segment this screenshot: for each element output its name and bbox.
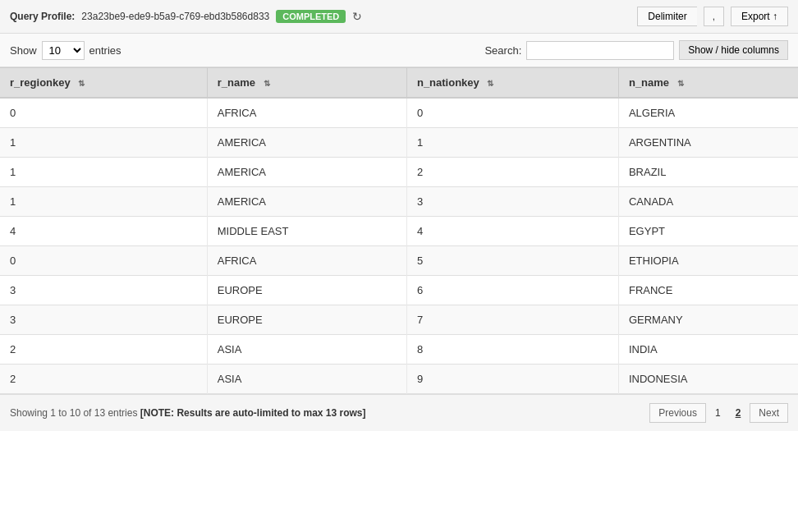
entries-label: entries — [89, 44, 122, 57]
entries-select[interactable]: 10 25 50 100 — [42, 41, 85, 60]
cell-r_name: AMERICA — [207, 187, 406, 217]
sort-icon-r-name: ⇅ — [264, 79, 270, 88]
cell-n_name: ALGERIA — [618, 98, 798, 128]
table-row: 3EUROPE7GERMANY — [0, 305, 798, 335]
showing-text: Showing 1 to 10 of 13 entries — [10, 407, 137, 419]
cell-n_nationkey: 6 — [406, 276, 618, 305]
cell-n_nationkey: 9 — [406, 365, 618, 394]
cell-r_name: EUROPE — [207, 276, 406, 305]
cell-n_nationkey: 4 — [406, 217, 618, 246]
status-badge: COMPLETED — [276, 10, 346, 23]
sort-icon-n-nationkey: ⇅ — [487, 79, 493, 88]
show-label: Show — [10, 44, 37, 57]
cell-r_regionkey: 3 — [0, 276, 207, 305]
col-header-r-regionkey[interactable]: r_regionkey ⇅ — [0, 68, 207, 99]
page-2-current[interactable]: 2 — [730, 404, 747, 422]
cell-n_name: GERMANY — [618, 305, 798, 335]
cell-r_regionkey: 1 — [0, 158, 207, 187]
table-header-row: r_regionkey ⇅ r_name ⇅ n_nationkey ⇅ n_n… — [0, 68, 798, 99]
cell-r_name: AMERICA — [207, 158, 406, 187]
cell-n_name: CANADA — [618, 187, 798, 217]
cell-r_regionkey: 4 — [0, 217, 207, 246]
footer-info: Showing 1 to 10 of 13 entries [NOTE: Res… — [10, 407, 366, 419]
results-table: r_regionkey ⇅ r_name ⇅ n_nationkey ⇅ n_n… — [0, 67, 798, 394]
table-row: 0AFRICA0ALGERIA — [0, 98, 798, 128]
table-row: 4MIDDLE EAST4EGYPT — [0, 217, 798, 246]
cell-r_regionkey: 2 — [0, 365, 207, 394]
table-row: 3EUROPE6FRANCE — [0, 276, 798, 305]
search-input[interactable] — [526, 41, 674, 60]
cell-n_nationkey: 1 — [406, 128, 618, 158]
col-header-n-nationkey[interactable]: n_nationkey ⇅ — [406, 68, 618, 99]
cell-n_nationkey: 3 — [406, 187, 618, 217]
table-container: r_regionkey ⇅ r_name ⇅ n_nationkey ⇅ n_n… — [0, 67, 798, 394]
previous-button[interactable]: Previous — [649, 403, 706, 423]
cell-r_name: MIDDLE EAST — [207, 217, 406, 246]
query-id: 23a23be9-ede9-b5a9-c769-ebd3b586d833 — [81, 11, 269, 22]
cell-r_name: ASIA — [207, 335, 406, 365]
cell-n_name: INDIA — [618, 335, 798, 365]
note-text: [NOTE: Results are auto-limited to max 1… — [140, 407, 366, 419]
sort-icon-n-name: ⇅ — [677, 79, 684, 88]
controls-bar: Show 10 25 50 100 entries Search: Show /… — [0, 34, 798, 67]
cell-n_name: EGYPT — [618, 217, 798, 246]
cell-n_nationkey: 0 — [406, 98, 618, 128]
next-button[interactable]: Next — [750, 403, 788, 423]
cell-n_name: INDONESIA — [618, 365, 798, 394]
search-label: Search: — [484, 44, 521, 57]
delimiter-value: , — [704, 7, 724, 26]
refresh-icon[interactable]: ↻ — [352, 10, 362, 23]
table-row: 1AMERICA3CANADA — [0, 187, 798, 217]
query-profile-label: Query Profile: — [10, 11, 75, 22]
cell-r_regionkey: 0 — [0, 98, 207, 128]
table-row: 1AMERICA2BRAZIL — [0, 158, 798, 187]
cell-n_name: BRAZIL — [618, 158, 798, 187]
sort-icon-r-regionkey: ⇅ — [78, 79, 85, 88]
table-row: 2ASIA9INDONESIA — [0, 365, 798, 394]
col-header-n-name[interactable]: n_name ⇅ — [618, 68, 798, 99]
delimiter-button[interactable]: Delimiter — [637, 7, 696, 26]
cell-n_nationkey: 5 — [406, 246, 618, 276]
cell-r_name: EUROPE — [207, 305, 406, 335]
table-row: 2ASIA8INDIA — [0, 335, 798, 365]
cell-n_nationkey: 7 — [406, 305, 618, 335]
top-bar: Query Profile: 23a23be9-ede9-b5a9-c769-e… — [0, 0, 798, 34]
cell-n_name: ARGENTINA — [618, 128, 798, 158]
show-hide-columns-button[interactable]: Show / hide columns — [679, 40, 788, 60]
cell-r_regionkey: 1 — [0, 187, 207, 217]
cell-r_regionkey: 1 — [0, 128, 207, 158]
cell-r_name: AFRICA — [207, 98, 406, 128]
footer-bar: Showing 1 to 10 of 13 entries [NOTE: Res… — [0, 394, 798, 431]
export-button[interactable]: Export ↑ — [731, 7, 788, 26]
cell-n_nationkey: 8 — [406, 335, 618, 365]
cell-r_name: AFRICA — [207, 246, 406, 276]
cell-r_name: AMERICA — [207, 128, 406, 158]
cell-r_regionkey: 3 — [0, 305, 207, 335]
cell-r_name: ASIA — [207, 365, 406, 394]
pagination: Previous 1 2 Next — [649, 403, 788, 423]
cell-n_name: ETHIOPIA — [618, 246, 798, 276]
cell-r_regionkey: 2 — [0, 335, 207, 365]
table-row: 1AMERICA1ARGENTINA — [0, 128, 798, 158]
cell-n_name: FRANCE — [618, 276, 798, 305]
table-row: 0AFRICA5ETHIOPIA — [0, 246, 798, 276]
page-1[interactable]: 1 — [709, 404, 727, 422]
cell-r_regionkey: 0 — [0, 246, 207, 276]
col-header-r-name[interactable]: r_name ⇅ — [207, 68, 406, 99]
cell-n_nationkey: 2 — [406, 158, 618, 187]
